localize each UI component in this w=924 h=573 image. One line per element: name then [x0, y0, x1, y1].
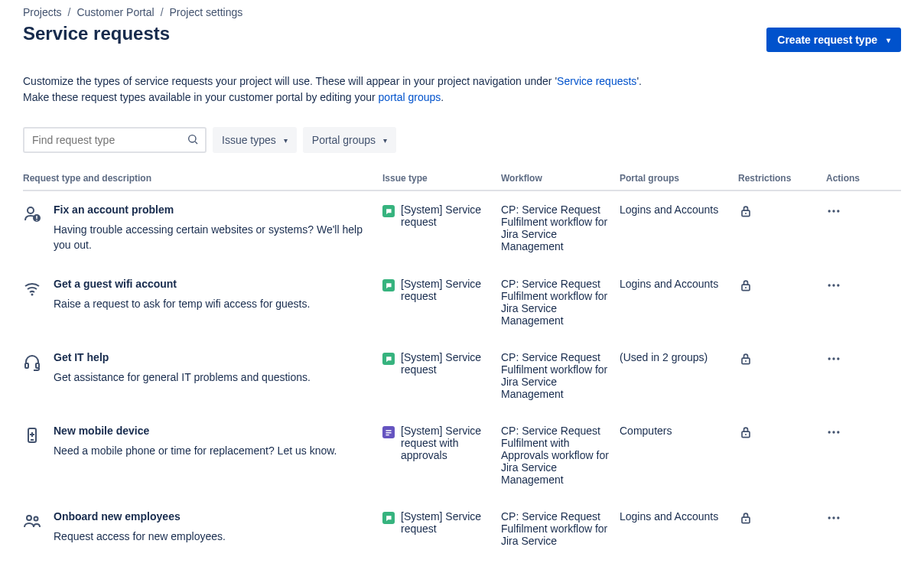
request-type-description: Having trouble accessing certain website… — [54, 222, 375, 253]
mobile-icon — [23, 426, 41, 444]
workflow-label: CP: Service Request Fulfilment workflow … — [501, 339, 620, 412]
headset-icon — [23, 353, 41, 371]
breadcrumb-projects[interactable]: Projects — [23, 6, 62, 18]
issue-type-icon — [382, 353, 395, 365]
request-type-description: Request access for new employees. — [54, 529, 226, 544]
people-icon — [23, 512, 41, 530]
more-actions-button[interactable] — [826, 283, 841, 295]
lock-icon[interactable] — [738, 283, 753, 295]
workflow-label: CP: Service Request Fulfilment with Appr… — [501, 412, 620, 498]
issue-type-label: [System] Service request — [401, 351, 493, 376]
portal-group-label: Logins and Accounts — [620, 265, 738, 339]
create-request-type-label: Create request type — [777, 34, 877, 46]
col-restrictions: Restrictions — [738, 167, 826, 190]
service-requests-link[interactable]: Service requests — [557, 75, 636, 87]
request-type-name[interactable]: Get a guest wifi account — [54, 278, 310, 290]
request-type-name[interactable]: Get IT help — [54, 351, 311, 363]
workflow-label: CP: Service Request Fulfilment workflow … — [501, 265, 620, 339]
table-row: New mobile deviceNeed a mobile phone or … — [23, 412, 901, 498]
issue-type-icon — [382, 426, 395, 438]
issue-type-icon — [382, 512, 395, 524]
svg-point-0 — [189, 135, 196, 142]
chevron-down-icon: ▾ — [284, 136, 288, 145]
page-description: Customize the types of service requests … — [23, 73, 901, 106]
issue-type-icon — [382, 205, 395, 217]
page-title: Service requests — [23, 23, 170, 44]
workflow-label: CP: Service Request Fulfilment workflow … — [501, 190, 620, 265]
breadcrumb-sep: / — [161, 6, 164, 18]
workflow-label: CP: Service Request Fulfilment workflow … — [501, 498, 620, 559]
breadcrumb-sep: / — [68, 6, 71, 18]
lock-icon[interactable] — [738, 209, 753, 221]
portal-group-label: (Used in 2 groups) — [620, 339, 738, 412]
request-type-name[interactable]: New mobile device — [54, 425, 337, 437]
request-type-description: Need a mobile phone or time for replacem… — [54, 443, 337, 458]
wifi-icon — [23, 279, 41, 298]
portal-group-label: Logins and Accounts — [620, 498, 738, 559]
request-types-table: Request type and description Issue type … — [23, 167, 901, 559]
svg-line-1 — [195, 142, 197, 144]
chevron-down-icon: ▾ — [887, 36, 890, 44]
breadcrumb: Projects / Customer Portal / Project set… — [23, 6, 901, 18]
issue-types-filter[interactable]: Issue types ▾ — [213, 127, 297, 153]
table-row: Get a guest wifi accountRaise a request … — [23, 265, 901, 339]
create-request-type-button[interactable]: Create request type ▾ — [766, 28, 901, 52]
table-row: Get IT helpGet assistance for general IT… — [23, 339, 901, 412]
request-type-description: Raise a request to ask for temp wifi acc… — [54, 296, 310, 311]
search-icon — [187, 133, 199, 148]
col-actions: Actions — [826, 167, 901, 190]
request-type-description: Get assistance for general IT problems a… — [54, 370, 311, 385]
col-workflow: Workflow — [501, 167, 620, 190]
issue-type-label: [System] Service request — [401, 278, 493, 302]
portal-group-label: Computers — [620, 412, 738, 498]
request-type-name[interactable]: Onboard new employees — [54, 510, 226, 523]
issue-type-label: [System] Service request — [401, 510, 493, 535]
col-issue-type: Issue type — [382, 167, 501, 190]
request-type-name[interactable]: Fix an account problem — [54, 203, 375, 216]
search-input[interactable] — [31, 133, 187, 147]
lock-icon[interactable] — [738, 356, 753, 369]
more-actions-button[interactable] — [826, 516, 841, 528]
col-portal-groups: Portal groups — [620, 167, 738, 190]
search-input-wrapper[interactable] — [23, 127, 207, 153]
lock-icon[interactable] — [738, 430, 753, 442]
col-request-type: Request type and description — [23, 167, 382, 190]
portal-groups-filter[interactable]: Portal groups ▾ — [303, 127, 396, 153]
table-row: Fix an account problemHaving trouble acc… — [23, 190, 901, 265]
breadcrumb-customer-portal[interactable]: Customer Portal — [76, 6, 154, 18]
more-actions-button[interactable] — [826, 430, 841, 442]
more-actions-button[interactable] — [826, 356, 841, 369]
portal-groups-link[interactable]: portal groups — [379, 91, 441, 103]
portal-group-label: Logins and Accounts — [620, 190, 738, 265]
issue-type-label: [System] Service request — [401, 203, 493, 228]
issue-type-icon — [382, 279, 395, 291]
issue-type-label: [System] Service request with approvals — [401, 425, 493, 461]
lock-icon[interactable] — [738, 516, 753, 528]
chevron-down-icon: ▾ — [383, 136, 387, 145]
breadcrumb-project-settings[interactable]: Project settings — [170, 6, 243, 18]
more-actions-button[interactable] — [826, 209, 841, 221]
table-row: Onboard new employeesRequest access for … — [23, 498, 901, 559]
person-alert-icon — [23, 205, 41, 223]
